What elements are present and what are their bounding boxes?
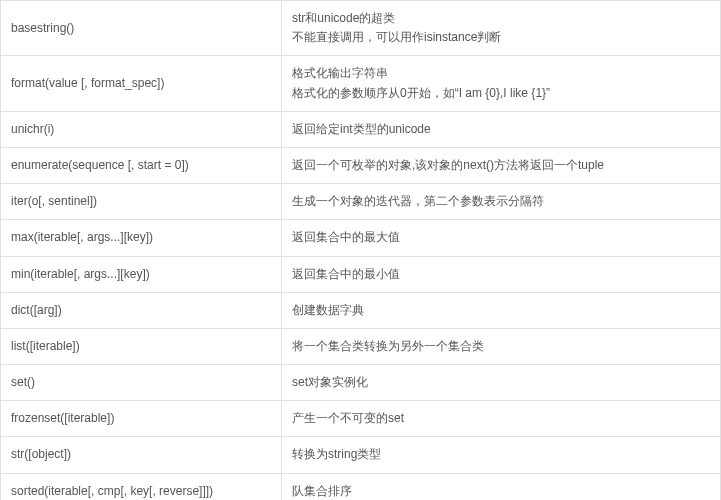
table-row: enumerate(sequence [, start = 0])返回一个可枚举… bbox=[1, 147, 721, 183]
function-description-cell: 将一个集合类转换为另外一个集合类 bbox=[282, 328, 721, 364]
function-signature-cell: sorted(iterable[, cmp[, key[, reverse]]]… bbox=[1, 473, 282, 500]
function-description-cell: 转换为string类型 bbox=[282, 437, 721, 473]
python-builtin-functions-table: basestring()str和unicode的超类不能直接调用，可以用作isi… bbox=[0, 0, 721, 500]
function-signature-cell: frozenset([iterable]) bbox=[1, 401, 282, 437]
function-description-cell: 返回集合中的最大值 bbox=[282, 220, 721, 256]
function-signature-cell: min(iterable[, args...][key]) bbox=[1, 256, 282, 292]
function-description-cell: 返回集合中的最小值 bbox=[282, 256, 721, 292]
function-signature-cell: str([object]) bbox=[1, 437, 282, 473]
table-row: sorted(iterable[, cmp[, key[, reverse]]]… bbox=[1, 473, 721, 500]
function-signature-cell: list([iterable]) bbox=[1, 328, 282, 364]
table-row: frozenset([iterable])产生一个不可变的set bbox=[1, 401, 721, 437]
table-row: str([object])转换为string类型 bbox=[1, 437, 721, 473]
function-signature-cell: enumerate(sequence [, start = 0]) bbox=[1, 147, 282, 183]
function-description-cell: 产生一个不可变的set bbox=[282, 401, 721, 437]
function-signature-cell: set() bbox=[1, 365, 282, 401]
table-row: min(iterable[, args...][key])返回集合中的最小值 bbox=[1, 256, 721, 292]
table-row: unichr(i)返回给定int类型的unicode bbox=[1, 111, 721, 147]
table-row: set()set对象实例化 bbox=[1, 365, 721, 401]
function-signature-cell: iter(o[, sentinel]) bbox=[1, 184, 282, 220]
function-description-cell: set对象实例化 bbox=[282, 365, 721, 401]
table-row: basestring()str和unicode的超类不能直接调用，可以用作isi… bbox=[1, 1, 721, 56]
function-description-cell: str和unicode的超类不能直接调用，可以用作isinstance判断 bbox=[282, 1, 721, 56]
function-signature-cell: unichr(i) bbox=[1, 111, 282, 147]
function-description-cell: 队集合排序 bbox=[282, 473, 721, 500]
function-signature-cell: dict([arg]) bbox=[1, 292, 282, 328]
table-row: list([iterable])将一个集合类转换为另外一个集合类 bbox=[1, 328, 721, 364]
table-row: max(iterable[, args...][key])返回集合中的最大值 bbox=[1, 220, 721, 256]
function-description-cell: 格式化输出字符串格式化的参数顺序从0开始，如“I am {0},I like {… bbox=[282, 56, 721, 111]
table-row: format(value [, format_spec])格式化输出字符串格式化… bbox=[1, 56, 721, 111]
function-signature-cell: basestring() bbox=[1, 1, 282, 56]
function-signature-cell: max(iterable[, args...][key]) bbox=[1, 220, 282, 256]
function-description-cell: 返回一个可枚举的对象,该对象的next()方法将返回一个tuple bbox=[282, 147, 721, 183]
table-row: iter(o[, sentinel])生成一个对象的迭代器，第二个参数表示分隔符 bbox=[1, 184, 721, 220]
function-description-cell: 创建数据字典 bbox=[282, 292, 721, 328]
function-description-cell: 返回给定int类型的unicode bbox=[282, 111, 721, 147]
function-description-cell: 生成一个对象的迭代器，第二个参数表示分隔符 bbox=[282, 184, 721, 220]
function-signature-cell: format(value [, format_spec]) bbox=[1, 56, 282, 111]
table-body: basestring()str和unicode的超类不能直接调用，可以用作isi… bbox=[1, 1, 721, 501]
table-row: dict([arg])创建数据字典 bbox=[1, 292, 721, 328]
